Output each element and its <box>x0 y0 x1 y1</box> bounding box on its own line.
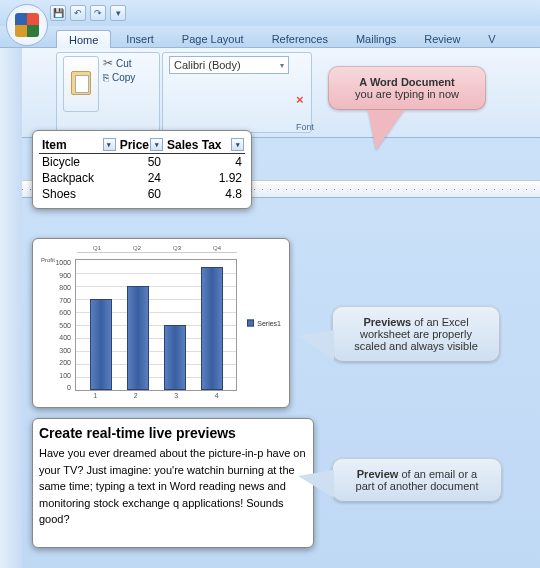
chart-legend: Series1 <box>247 320 281 327</box>
chart-bars <box>76 260 236 390</box>
office-button[interactable] <box>6 4 48 46</box>
table-row: Bicycle504 <box>39 154 245 171</box>
cut-button[interactable]: ✂ Cut <box>103 56 135 70</box>
filter-icon[interactable]: ▾ <box>231 138 244 151</box>
filter-icon[interactable]: ▾ <box>103 138 116 151</box>
tab-references[interactable]: References <box>259 29 341 47</box>
callout-2-bold: Previews <box>363 316 411 328</box>
tab-review[interactable]: Review <box>411 29 473 47</box>
table-row: Shoes604.8 <box>39 186 245 202</box>
legend-swatch <box>247 320 254 327</box>
bar-2 <box>127 286 149 390</box>
qat-undo-button[interactable]: ↶ <box>70 5 86 21</box>
callout-3-bold: Preview <box>357 468 399 480</box>
font-name-combo[interactable]: Calibri (Body) ▾ <box>169 56 289 74</box>
tab-home[interactable]: Home <box>56 30 111 48</box>
bar-3 <box>164 325 186 390</box>
doc-preview-heading: Create real-time live previews <box>39 425 307 441</box>
callout-1-text: you are typing in now <box>355 88 459 100</box>
preview-excel-chart: Q1 Q2 Q3 Q4 Profit 1000 900 800 700 600 … <box>32 238 290 408</box>
qat-redo-button[interactable]: ↷ <box>90 5 106 21</box>
col-item[interactable]: Item▾ <box>39 137 117 154</box>
tab-page-layout[interactable]: Page Layout <box>169 29 257 47</box>
bar-chart: Q1 Q2 Q3 Q4 Profit 1000 900 800 700 600 … <box>39 245 283 401</box>
chart-y-axis: 1000 900 800 700 600 500 400 300 200 100… <box>39 259 73 391</box>
qat-customize-button[interactable]: ▾ <box>110 5 126 21</box>
data-table: Item▾ Price▾ Sales Tax▾ Bicycle504 Backp… <box>39 137 245 202</box>
clipboard-group: ✂ Cut ⎘ Copy <box>56 52 160 133</box>
tab-insert[interactable]: Insert <box>113 29 167 47</box>
paste-button[interactable] <box>63 56 99 112</box>
qat-save-button[interactable]: 💾 <box>50 5 66 21</box>
quick-access-toolbar: 💾 ↶ ↷ ▾ <box>0 0 540 26</box>
bar-4 <box>201 267 223 391</box>
chart-plot-area <box>75 259 237 391</box>
chevron-down-icon: ▾ <box>280 61 284 70</box>
filter-icon[interactable]: ▾ <box>150 138 163 151</box>
bar-1 <box>90 299 112 390</box>
word-window: 💾 ↶ ↷ ▾ Home Insert Page Layout Referenc… <box>0 0 540 568</box>
callout-email-preview: Preview of an email or a part of another… <box>332 458 502 502</box>
preview-excel-table: Item▾ Price▾ Sales Tax▾ Bicycle504 Backp… <box>32 130 252 209</box>
table-row: Backpack241.92 <box>39 170 245 186</box>
col-tax[interactable]: Sales Tax▾ <box>164 137 245 154</box>
copy-icon: ⎘ <box>103 72 109 83</box>
chart-source-header: Q1 Q2 Q3 Q4 <box>77 245 237 253</box>
tab-view-partial[interactable]: V <box>475 29 508 47</box>
left-margin-strip <box>0 48 22 568</box>
cut-label: Cut <box>116 58 132 69</box>
callout-word-document: A Word Document you are typing in now <box>328 66 486 110</box>
legend-label: Series1 <box>257 320 281 327</box>
callout-1-bold: A Word Document <box>359 76 454 88</box>
preview-document: Create real-time live previews Have you … <box>32 418 314 548</box>
callout-excel-preview: Previews of an Excel worksheet are prope… <box>332 306 500 362</box>
font-name-value: Calibri (Body) <box>174 59 241 71</box>
copy-button[interactable]: ⎘ Copy <box>103 72 135 83</box>
chart-x-axis: 1 2 3 4 <box>75 392 237 401</box>
scissors-icon: ✂ <box>103 56 113 70</box>
doc-preview-body: Have you ever dreamed about the picture-… <box>39 445 307 528</box>
font-group: Calibri (Body) ▾ <box>162 52 312 133</box>
col-price[interactable]: Price▾ <box>117 137 164 154</box>
clipboard-icon <box>71 71 91 95</box>
copy-label: Copy <box>112 72 135 83</box>
font-group-label: Font <box>296 122 314 132</box>
tab-mailings[interactable]: Mailings <box>343 29 409 47</box>
ribbon-tabs: Home Insert Page Layout References Maili… <box>0 26 540 48</box>
